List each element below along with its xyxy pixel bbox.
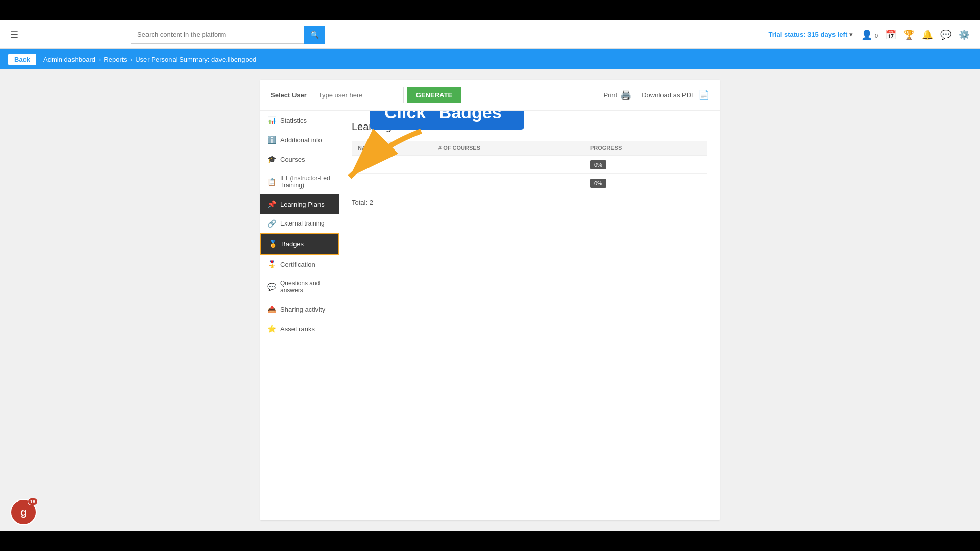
print-button[interactable]: Print 🖨️ (603, 89, 631, 101)
breadcrumb-reports[interactable]: Reports (104, 56, 127, 63)
sidebar-item-sharing-activity[interactable]: 📤 Sharing activity (260, 299, 339, 319)
header-right: Trial status: 315 days left ▾ 👤 0 📅 🏆 🔔 … (769, 29, 970, 40)
report-container: Select User GENERATE Print 🖨️ Download a… (260, 80, 720, 520)
header-search: 🔍 (131, 26, 325, 44)
statistics-icon: 📊 (267, 116, 276, 124)
courses-icon: 🎓 (267, 155, 276, 163)
sidebar-label-questions-answers: Questions and answers (280, 280, 332, 294)
menu-icon[interactable]: ☰ (10, 29, 18, 40)
sidebar: 📊 Statistics ℹ️ Additional info 🎓 Course… (260, 111, 339, 520)
sidebar-item-ilt[interactable]: 📋 ILT (Instructor-Led Training) (260, 169, 339, 194)
sidebar-label-courses: Courses (280, 156, 305, 163)
sidebar-label-external-training: External training (280, 220, 325, 227)
generate-button[interactable]: GENERATE (407, 87, 461, 103)
col-progress: PROGRESS (584, 141, 707, 156)
table-row: 0% (352, 156, 707, 174)
sidebar-label-statistics: Statistics (280, 117, 307, 124)
col-num-courses: # OF COURSES (432, 141, 584, 156)
sidebar-item-asset-ranks[interactable]: ⭐ Asset ranks (260, 319, 339, 338)
row2-progress: 0% (584, 174, 707, 192)
sidebar-label-asset-ranks: Asset ranks (280, 325, 315, 333)
sidebar-item-external-training[interactable]: 🔗 External training (260, 214, 339, 233)
col-name: NAME (352, 141, 432, 156)
asset-ranks-icon: ⭐ (267, 324, 276, 333)
info-icon: ℹ️ (267, 136, 276, 144)
certification-icon: 🎖️ (267, 260, 276, 268)
sidebar-label-certification: Certification (280, 261, 315, 268)
content-area: Learning Plans NAME # OF COURSES PROGRES… (339, 111, 720, 520)
sidebar-label-ilt: ILT (Instructor-Led Training) (280, 174, 332, 189)
calendar-icon[interactable]: 📅 (885, 29, 896, 40)
select-user-label: Select User (271, 91, 307, 99)
sidebar-item-courses[interactable]: 🎓 Courses (260, 149, 339, 169)
print-label: Print (603, 91, 617, 99)
chat-icon[interactable]: 💬 (940, 29, 951, 40)
ilt-icon: 📋 (267, 178, 276, 186)
download-label: Download as PDF (642, 91, 695, 99)
breadcrumb-user-summary[interactable]: User Personal Summary: dave.libengood (135, 56, 256, 63)
pdf-icon: 📄 (698, 89, 709, 101)
avatar[interactable]: g 18 (10, 499, 37, 525)
table-row: 0% (352, 174, 707, 192)
sidebar-label-learning-plans: Learning Plans (280, 201, 325, 208)
sidebar-label-sharing-activity: Sharing activity (280, 306, 325, 313)
user-icon[interactable]: 👤 0 (861, 29, 878, 40)
settings-icon[interactable]: ⚙️ (959, 29, 970, 40)
learning-plans-table: NAME # OF COURSES PROGRESS 0% (352, 141, 707, 192)
row2-name (352, 174, 432, 192)
search-input[interactable] (131, 26, 304, 44)
top-controls-bar: Select User GENERATE Print 🖨️ Download a… (260, 80, 720, 111)
row2-courses (432, 174, 584, 192)
trophy-icon[interactable]: 🏆 (903, 29, 915, 40)
avatar-badge: 18 (28, 498, 38, 505)
total-row: Total: 2 (352, 198, 707, 206)
top-black-bar (0, 0, 980, 20)
external-training-icon: 🔗 (267, 219, 276, 228)
row1-progress: 0% (584, 156, 707, 174)
bottom-black-bar (0, 531, 980, 551)
bell-icon[interactable]: 🔔 (922, 29, 933, 40)
back-button[interactable]: Back (8, 54, 36, 65)
sidebar-label-additional-info: Additional info (280, 136, 322, 144)
sidebar-item-additional-info[interactable]: ℹ️ Additional info (260, 130, 339, 149)
print-icon: 🖨️ (620, 89, 631, 101)
badges-icon: 🏅 (268, 240, 277, 248)
sidebar-label-badges: Badges (281, 240, 304, 248)
sidebar-item-learning-plans[interactable]: 📌 Learning Plans (260, 194, 339, 214)
qa-icon: 💬 (267, 283, 276, 291)
header-icons: 👤 0 📅 🏆 🔔 💬 ⚙️ (861, 29, 970, 40)
download-pdf-button[interactable]: Download as PDF 📄 (642, 89, 709, 101)
row1-courses (432, 156, 584, 174)
trial-status-text: Trial status: 315 days left ▾ (769, 31, 853, 38)
sharing-icon: 📤 (267, 305, 276, 313)
main-area: Select User GENERATE Print 🖨️ Download a… (0, 69, 980, 531)
learning-plans-icon: 📌 (267, 200, 276, 208)
breadcrumb: Back Admin dashboard › Reports › User Pe… (0, 49, 980, 69)
sidebar-item-statistics[interactable]: 📊 Statistics (260, 111, 339, 130)
body-layout: 📊 Statistics ℹ️ Additional info 🎓 Course… (260, 111, 720, 520)
content-title: Learning Plans (352, 121, 707, 133)
user-input[interactable] (312, 87, 404, 103)
header: ☰ 🔍 Trial status: 315 days left ▾ 👤 0 📅 … (0, 20, 980, 49)
row1-name (352, 156, 432, 174)
sidebar-item-certification[interactable]: 🎖️ Certification (260, 255, 339, 274)
breadcrumb-admin[interactable]: Admin dashboard (43, 56, 95, 63)
search-button[interactable]: 🔍 (304, 26, 325, 44)
top-bar-right: Print 🖨️ Download as PDF 📄 (603, 89, 709, 101)
avatar-letter: g (20, 507, 27, 518)
sidebar-item-badges[interactable]: 🏅 Badges (260, 233, 339, 255)
sidebar-item-questions-answers[interactable]: 💬 Questions and answers (260, 274, 339, 299)
